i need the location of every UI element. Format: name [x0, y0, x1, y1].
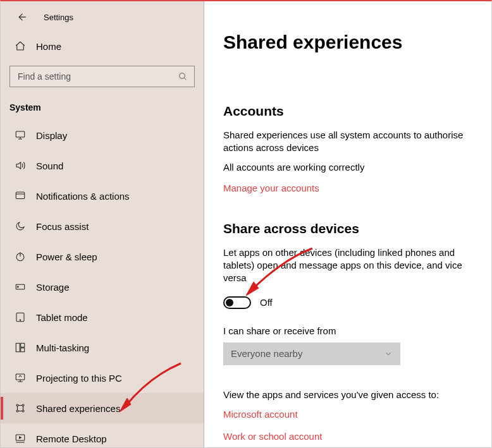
focus-icon [13, 219, 27, 233]
display-icon [13, 128, 27, 142]
svg-point-0 [180, 73, 185, 79]
sidebar-item-remote-desktop[interactable]: Remote Desktop [1, 423, 204, 448]
sidebar-home[interactable]: Home [1, 34, 204, 58]
receive-from-dropdown[interactable]: Everyone nearby [223, 342, 400, 365]
arrow-left-icon [16, 11, 27, 23]
access-label: View the apps and services you've given … [223, 389, 483, 400]
notifications-icon [13, 189, 27, 203]
sidebar-item-focus[interactable]: Focus assist [1, 211, 204, 241]
multitask-icon [13, 341, 27, 354]
tablet-icon [13, 310, 27, 324]
svg-point-14 [16, 410, 18, 412]
accounts-status: All accounts are working correctly [223, 161, 483, 174]
sidebar-item-label: Power & sleep [36, 251, 97, 262]
remote-icon [13, 432, 27, 445]
storage-icon [13, 280, 27, 294]
sidebar-item-label: Display [36, 130, 67, 141]
sidebar-item-label: Notifications & actions [36, 191, 130, 202]
svg-rect-2 [16, 192, 25, 199]
chevron-down-icon [384, 349, 393, 358]
sidebar-item-label: Tablet mode [36, 312, 88, 323]
manage-accounts-link[interactable]: Manage your accounts [223, 183, 319, 193]
sidebar-item-label: Storage [36, 282, 70, 293]
sidebar-item-sound[interactable]: Sound [1, 150, 204, 181]
main-content: Shared experiences Accounts Shared exper… [204, 1, 491, 447]
svg-point-12 [16, 404, 18, 406]
svg-point-7 [20, 320, 21, 321]
sidebar-item-notifications[interactable]: Notifications & actions [1, 181, 204, 211]
shared-icon [13, 401, 27, 415]
svg-rect-10 [21, 348, 25, 352]
share-description: Let apps on other devices (including lin… [223, 246, 483, 285]
sidebar-item-label: Multi-tasking [36, 342, 89, 353]
sidebar-item-power[interactable]: Power & sleep [1, 241, 204, 272]
sidebar-item-shared-experiences[interactable]: Shared experiences [1, 393, 204, 423]
sidebar-item-label: Shared experiences [36, 403, 120, 414]
page-title: Shared experiences [223, 32, 483, 53]
sidebar-item-label: Remote Desktop [36, 433, 107, 444]
svg-rect-9 [21, 343, 25, 347]
back-button[interactable] [13, 9, 30, 25]
sidebar-item-display[interactable]: Display [1, 120, 204, 150]
share-toggle[interactable] [223, 296, 251, 309]
sidebar-section-title: System [1, 91, 204, 116]
accounts-description: Shared experiences use all system accoun… [223, 129, 483, 155]
app-title: Settings [44, 13, 73, 22]
projecting-icon [13, 371, 27, 385]
svg-rect-8 [16, 343, 20, 352]
svg-rect-1 [16, 131, 25, 137]
sidebar-item-label: Sound [36, 160, 63, 171]
sidebar-item-storage[interactable]: Storage [1, 272, 204, 302]
share-heading: Share across devices [223, 221, 483, 236]
search-input[interactable] [16, 71, 178, 82]
sound-icon [13, 159, 27, 173]
sidebar-item-tablet[interactable]: Tablet mode [1, 302, 204, 332]
power-icon [13, 250, 27, 263]
accounts-heading: Accounts [223, 104, 483, 119]
search-icon [178, 71, 188, 82]
search-input-wrapper[interactable] [9, 66, 195, 87]
svg-point-5 [17, 286, 18, 288]
dropdown-value: Everyone nearby [231, 348, 302, 359]
receive-from-label: I can share or receive from [223, 325, 483, 336]
sidebar-item-projecting[interactable]: Projecting to this PC [1, 363, 204, 393]
share-toggle-label: Off [260, 297, 273, 308]
sidebar: Settings Home System Display Sound [1, 1, 204, 447]
sidebar-item-multitasking[interactable]: Multi-tasking [1, 332, 204, 363]
home-icon [13, 40, 27, 52]
sidebar-item-label: Focus assist [36, 221, 89, 232]
svg-point-13 [22, 404, 24, 406]
microsoft-account-link[interactable]: Microsoft account [223, 409, 483, 420]
svg-rect-11 [16, 374, 25, 380]
home-label: Home [36, 41, 61, 52]
svg-point-15 [22, 410, 24, 412]
work-school-account-link[interactable]: Work or school account [223, 431, 483, 442]
sidebar-nav: Display Sound Notifications & actions Fo… [1, 120, 204, 448]
sidebar-item-label: Projecting to this PC [36, 373, 122, 384]
